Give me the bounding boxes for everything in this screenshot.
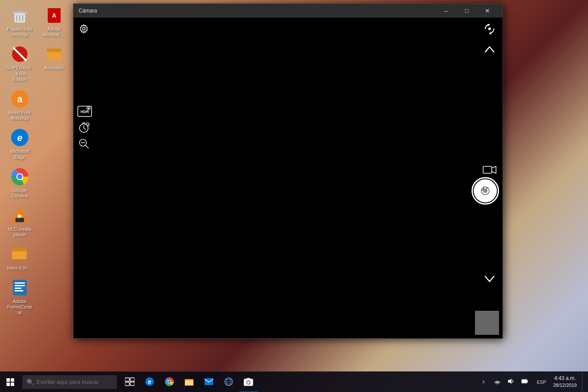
svg-rect-52 xyxy=(6,383,10,386)
camera-thumbnail[interactable] xyxy=(475,311,499,335)
camera-viewport xyxy=(74,18,502,338)
minimize-button[interactable]: – xyxy=(436,4,456,18)
svg-text:▶: ▶ xyxy=(18,213,22,219)
svg-rect-44 xyxy=(483,166,492,173)
rotate-camera-button[interactable] xyxy=(482,21,497,37)
desktop-icon-adobe-acrobat[interactable]: A Adobe Acrobat ... xyxy=(39,4,70,40)
svg-text:A: A xyxy=(52,12,56,19)
desktop-icon-kiwix[interactable]: kiwix-0,9+... xyxy=(4,243,35,273)
svg-rect-11 xyxy=(47,49,61,52)
svg-text:e: e xyxy=(17,132,22,143)
search-icon: 🔍 xyxy=(27,379,34,386)
taskbar-app-edge[interactable]: e xyxy=(140,372,159,392)
svg-rect-26 xyxy=(15,285,25,286)
desktop-icon-google-chrome[interactable]: Google Chrome xyxy=(4,165,35,201)
svg-rect-47 xyxy=(483,187,484,190)
svg-point-33 xyxy=(88,107,89,109)
system-clock[interactable]: 4:43 a.m. 28/12/2019 xyxy=(550,373,580,390)
zoom-button[interactable] xyxy=(76,136,92,151)
clock-date: 28/12/2019 xyxy=(553,382,577,389)
svg-rect-64 xyxy=(185,380,193,386)
svg-line-36 xyxy=(84,128,86,129)
svg-line-41 xyxy=(86,145,89,148)
camera-body: HDR + xyxy=(74,18,502,338)
taskbar-app-mail[interactable] xyxy=(199,372,218,392)
svg-rect-23 xyxy=(12,248,27,251)
svg-marker-75 xyxy=(508,379,511,384)
svg-rect-55 xyxy=(130,378,135,381)
svg-rect-57 xyxy=(130,382,135,386)
camera-left-toolbar: HDR + xyxy=(74,18,94,338)
titlebar-controls: – □ ✕ xyxy=(436,4,497,18)
taskbar-right: ∧ xyxy=(480,372,588,392)
hdr-button[interactable]: HDR xyxy=(75,104,94,119)
desktop-icon-recycle-bin[interactable]: Papelera de reciclaje xyxy=(4,4,35,40)
chevron-down-button[interactable] xyxy=(482,271,497,287)
camera-titlebar: Cámara – □ ✕ xyxy=(74,4,502,18)
desktop-icon-adobe-formscentral[interactable]: Adobe FormsCentral xyxy=(4,276,35,318)
svg-rect-2 xyxy=(17,10,22,12)
network-icon[interactable] xyxy=(492,377,502,387)
svg-point-29 xyxy=(83,28,85,30)
taskbar-app-explorer[interactable] xyxy=(180,372,199,392)
svg-rect-65 xyxy=(205,378,213,385)
taskbar-app-network[interactable] xyxy=(219,372,238,392)
svg-rect-78 xyxy=(522,380,527,383)
taskbar-app-task-view[interactable] xyxy=(120,372,139,392)
desktop: Papelera de reciclaje A Adobe Acrobat ..… xyxy=(0,0,588,392)
taskbar-app-chrome[interactable] xyxy=(160,372,179,392)
shutter-button[interactable] xyxy=(472,177,499,205)
maximize-button[interactable]: □ xyxy=(457,4,477,18)
svg-text:e: e xyxy=(148,378,151,385)
svg-rect-53 xyxy=(11,383,14,386)
desktop-icon-superantispyware[interactable]: SUPERAnti... Free Edition xyxy=(4,43,35,84)
svg-rect-51 xyxy=(11,378,14,382)
settings-button[interactable] xyxy=(76,21,92,37)
desktop-icon-vlc[interactable]: ▶ VLC media player xyxy=(4,204,35,239)
svg-point-18 xyxy=(17,174,22,179)
taskbar-apps: e xyxy=(120,372,258,392)
svg-text:a: a xyxy=(17,94,23,104)
svg-rect-73 xyxy=(247,378,250,380)
desktop-icon-activador[interactable]: Activador xyxy=(39,43,70,84)
svg-point-62 xyxy=(168,380,171,383)
svg-rect-28 xyxy=(15,290,23,291)
svg-rect-56 xyxy=(125,382,129,386)
svg-rect-25 xyxy=(15,282,25,284)
start-button[interactable] xyxy=(0,372,21,392)
video-mode-button[interactable] xyxy=(482,162,497,178)
svg-rect-77 xyxy=(527,380,528,382)
svg-rect-27 xyxy=(15,288,21,289)
show-desktop-button[interactable] xyxy=(582,372,585,392)
clock-time: 4:43 a.m. xyxy=(553,375,577,382)
power-icon[interactable] xyxy=(520,377,530,387)
svg-rect-49 xyxy=(481,190,484,190)
search-input[interactable] xyxy=(37,379,113,385)
svg-rect-54 xyxy=(125,378,129,381)
svg-rect-50 xyxy=(6,378,10,382)
desktop-icon-avast[interactable]: a Avast Free Antivirus xyxy=(4,88,35,123)
shutter-inner xyxy=(474,179,497,202)
camera-title: Cámara xyxy=(79,8,97,14)
volume-icon[interactable] xyxy=(506,377,516,387)
chevron-up-button[interactable] xyxy=(482,42,497,57)
taskbar-search[interactable]: 🔍 xyxy=(22,375,117,389)
shutter-area xyxy=(472,177,499,205)
desktop-icons-container: Papelera de reciclaje A Adobe Acrobat ..… xyxy=(4,4,70,317)
svg-text:+: + xyxy=(87,123,89,126)
svg-point-43 xyxy=(488,28,491,30)
svg-point-74 xyxy=(497,383,498,384)
svg-rect-1 xyxy=(12,12,27,13)
svg-text:HDR: HDR xyxy=(80,110,89,114)
taskbar-app-camera[interactable] xyxy=(239,372,258,392)
show-hidden-icons-button[interactable]: ∧ xyxy=(480,377,487,386)
desktop-icon-microsoft-edge[interactable]: e Microsoft Edge xyxy=(4,126,35,162)
close-button[interactable]: ✕ xyxy=(478,4,497,18)
language-indicator[interactable]: ESP xyxy=(535,378,548,386)
taskbar: 🔍 e xyxy=(0,371,588,392)
system-tray xyxy=(489,377,533,387)
camera-window: Cámara – □ ✕ xyxy=(73,3,503,339)
timer-button[interactable]: + xyxy=(76,120,92,135)
